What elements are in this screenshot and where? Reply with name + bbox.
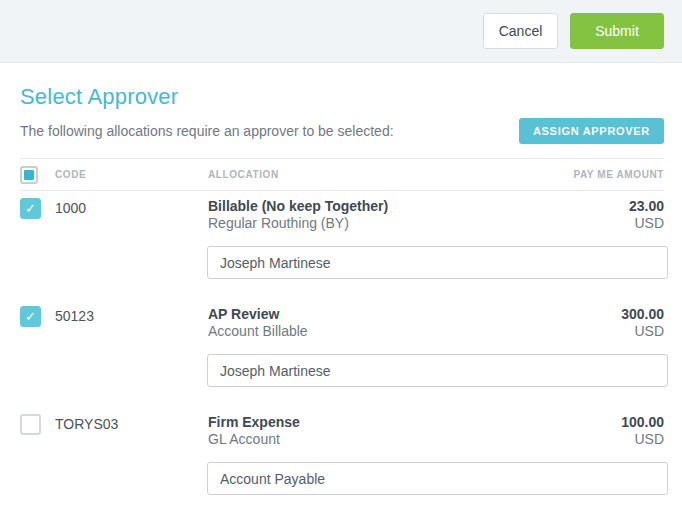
page-subtitle: The following allocations require an app… <box>20 123 394 139</box>
row-amount: 300.00 <box>621 306 664 323</box>
allocation-title: Firm Expense <box>208 414 621 431</box>
allocation-title: AP Review <box>208 306 621 323</box>
row-currency: USD <box>621 431 664 448</box>
table-row: TORYS03 Firm Expense GL Account 100.00 U… <box>20 407 664 495</box>
row-checkbox[interactable] <box>20 414 41 435</box>
table-row: 50123 AP Review Account Billable 300.00 … <box>20 299 664 387</box>
subtitle-row: The following allocations require an app… <box>20 118 664 144</box>
table-row: 1000 Billable (No keep Together) Regular… <box>20 191 664 279</box>
cancel-button[interactable]: Cancel <box>483 13 558 49</box>
allocation-subtitle: Account Billable <box>208 323 621 340</box>
submit-button[interactable]: Submit <box>570 13 664 49</box>
allocation-subtitle: Regular Routhing (BY) <box>208 215 629 232</box>
header-code: CODE <box>55 169 208 180</box>
row-amount: 23.00 <box>629 198 664 215</box>
select-all-checkbox[interactable] <box>20 166 38 184</box>
top-action-bar: Cancel Submit <box>0 0 682 63</box>
approver-input[interactable] <box>207 354 668 387</box>
row-checkbox[interactable] <box>20 198 41 219</box>
row-checkbox[interactable] <box>20 306 41 327</box>
select-all-indeterminate-mark <box>24 170 34 180</box>
approver-input[interactable] <box>207 246 668 279</box>
table-header: CODE ALLOCATION PAY ME AMOUNT <box>20 158 664 191</box>
allocation-subtitle: GL Account <box>208 431 621 448</box>
row-currency: USD <box>621 323 664 340</box>
allocations-table: CODE ALLOCATION PAY ME AMOUNT 1000 Billa… <box>20 158 664 495</box>
approver-input[interactable] <box>207 462 668 495</box>
header-pay-me-amount: PAY ME AMOUNT <box>573 169 664 180</box>
page-title: Select Approver <box>20 84 664 110</box>
header-allocation: ALLOCATION <box>208 169 573 180</box>
assign-approver-button[interactable]: ASSIGN APPROVER <box>519 118 664 144</box>
row-code: 1000 <box>55 198 208 216</box>
row-amount: 100.00 <box>621 414 664 431</box>
row-code: 50123 <box>55 306 208 324</box>
main-content: Select Approver The following allocation… <box>0 84 682 495</box>
allocation-title: Billable (No keep Together) <box>208 198 629 215</box>
row-currency: USD <box>629 215 664 232</box>
table-body: 1000 Billable (No keep Together) Regular… <box>20 191 664 495</box>
row-code: TORYS03 <box>55 414 208 432</box>
